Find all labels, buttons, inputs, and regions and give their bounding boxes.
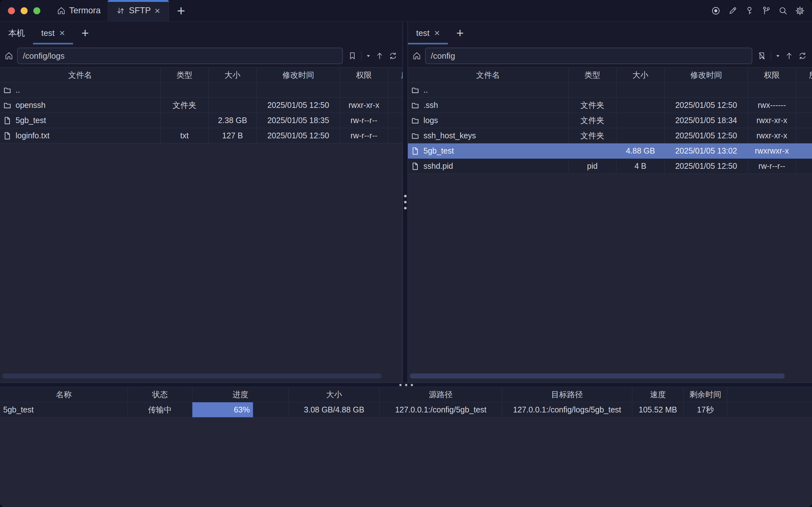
gear-icon[interactable] bbox=[795, 6, 805, 15]
column-header-修改时间[interactable]: 修改时间 bbox=[665, 68, 748, 82]
column-header-所[interactable]: 所 bbox=[796, 68, 812, 82]
folder-icon bbox=[411, 116, 419, 125]
tab-termora-home[interactable]: Termora bbox=[50, 0, 108, 21]
file-mtime-cell bbox=[257, 82, 340, 98]
home-icon bbox=[57, 6, 66, 15]
file-size-cell bbox=[616, 98, 665, 113]
transfer-column-header-进度[interactable]: 进度 bbox=[193, 387, 289, 402]
column-header-权限[interactable]: 权限 bbox=[340, 68, 388, 82]
file-name-cell: 5gb_test bbox=[0, 113, 161, 128]
minimize-window-button[interactable] bbox=[21, 7, 28, 14]
file-row[interactable]: logs文件夹2025/01/05 18:34rwxr-xr-x bbox=[408, 113, 812, 128]
refresh-icon[interactable] bbox=[388, 51, 397, 60]
folder-icon bbox=[411, 101, 419, 109]
keychain-branch-icon[interactable] bbox=[762, 6, 771, 15]
file-row[interactable]: ssh_host_keys文件夹2025/01/05 12:50rwxr-xr-… bbox=[408, 128, 812, 144]
close-window-button[interactable] bbox=[8, 7, 15, 14]
bookmark-slash-icon[interactable] bbox=[757, 51, 766, 60]
path-input[interactable] bbox=[17, 48, 343, 64]
home-icon[interactable] bbox=[412, 51, 421, 60]
file-table-body: ...ssh文件夹2025/01/05 12:50rwx------logs文件… bbox=[408, 82, 812, 174]
file-row[interactable]: openssh文件夹2025/01/05 12:50rwxr-xr-x bbox=[0, 98, 402, 113]
horizontal-splitter[interactable] bbox=[0, 383, 812, 387]
titlebar: Termora SFTP × + bbox=[0, 0, 812, 21]
transfer-column-header-剩余时间[interactable]: 剩余时间 bbox=[684, 387, 727, 402]
file-mtime-cell bbox=[665, 82, 748, 98]
file-name-label: .. bbox=[15, 86, 20, 95]
transfer-column-header-状态[interactable]: 状态 bbox=[128, 387, 193, 402]
file-name-label: .. bbox=[424, 86, 428, 95]
close-icon[interactable]: × bbox=[155, 6, 160, 15]
transfer-size-cell: 3.08 GB/4.88 GB bbox=[289, 402, 380, 417]
file-row[interactable]: sshd.pidpid4 B2025/01/05 12:50rw-r--r-- bbox=[408, 159, 812, 174]
column-header-大小[interactable]: 大小 bbox=[209, 68, 257, 82]
column-header-所[interactable]: 所 bbox=[388, 68, 402, 82]
column-header-类型[interactable]: 类型 bbox=[569, 68, 616, 82]
chevron-down-icon[interactable] bbox=[775, 54, 780, 58]
pane-tab-test[interactable]: test× bbox=[408, 21, 448, 44]
tab-sftp[interactable]: SFTP × bbox=[108, 0, 169, 21]
file-row[interactable]: .. bbox=[0, 82, 402, 98]
pencil-icon[interactable] bbox=[728, 6, 738, 15]
column-header-大小[interactable]: 大小 bbox=[616, 68, 665, 82]
column-header-修改时间[interactable]: 修改时间 bbox=[257, 68, 340, 82]
column-header-文件名[interactable]: 文件名 bbox=[0, 68, 161, 82]
file-row[interactable]: 5gb_test4.88 GB2025/01/05 13:02rwxrwxr-x bbox=[408, 144, 812, 159]
transfer-column-header-名称[interactable]: 名称 bbox=[0, 387, 128, 402]
file-pane-right: test×+ bbox=[408, 21, 812, 383]
file-perm-cell: rwxrwxr-x bbox=[748, 144, 796, 159]
file-name-cell: loginfo.txt bbox=[0, 128, 161, 144]
new-pane-tab-button[interactable]: + bbox=[448, 21, 472, 44]
file-row[interactable]: loginfo.txttxt127 B2025/01/05 12:50rw-r-… bbox=[0, 128, 402, 144]
up-directory-icon[interactable] bbox=[375, 51, 384, 60]
key-icon[interactable] bbox=[745, 6, 754, 15]
pane-top-left: 本机test×+ bbox=[0, 21, 402, 67]
file-perm-cell: rw-r--r-- bbox=[748, 159, 796, 174]
file-row[interactable]: .ssh文件夹2025/01/05 12:50rwx------ bbox=[408, 98, 812, 113]
file-owner-cell bbox=[388, 82, 402, 98]
file-row[interactable]: .. bbox=[408, 82, 812, 98]
home-icon[interactable] bbox=[4, 51, 13, 60]
horizontal-scrollbar[interactable] bbox=[2, 374, 382, 379]
transfer-column-header-速度[interactable]: 速度 bbox=[632, 387, 684, 402]
bookmark-icon[interactable] bbox=[348, 51, 357, 60]
horizontal-scrollbar[interactable] bbox=[410, 374, 785, 379]
column-header-类型[interactable]: 类型 bbox=[161, 68, 209, 82]
folder-icon bbox=[3, 101, 11, 109]
close-icon[interactable]: × bbox=[434, 28, 440, 38]
new-tab-button[interactable]: + bbox=[169, 0, 194, 21]
file-row[interactable]: 5gb_test2.38 GB2025/01/05 18:35rw-r--r-- bbox=[0, 113, 402, 128]
refresh-icon[interactable] bbox=[798, 51, 807, 60]
column-header-权限[interactable]: 权限 bbox=[748, 68, 796, 82]
file-name-label: ssh_host_keys bbox=[424, 131, 476, 140]
transfer-column-header-目标路径[interactable]: 目标路径 bbox=[502, 387, 632, 402]
file-type-cell bbox=[569, 144, 616, 159]
transfer-row[interactable]: 5gb_test传输中63%3.08 GB/4.88 GB127.0.0.1:/… bbox=[0, 402, 812, 417]
vertical-splitter[interactable] bbox=[402, 21, 408, 383]
app-tab-label: Termora bbox=[69, 6, 101, 15]
file-name-label: .ssh bbox=[424, 101, 438, 110]
file-mtime-cell: 2025/01/05 13:02 bbox=[665, 144, 748, 159]
file-perm-cell: rw-r--r-- bbox=[340, 113, 388, 128]
up-directory-icon[interactable] bbox=[785, 51, 794, 60]
column-header-文件名[interactable]: 文件名 bbox=[408, 68, 569, 82]
sftp-tab-label: SFTP bbox=[129, 6, 151, 15]
file-size-cell: 4 B bbox=[616, 159, 665, 174]
zoom-window-button[interactable] bbox=[33, 7, 40, 14]
transfer-source-cell: 127.0.0.1:/config/5gb_test bbox=[380, 402, 502, 417]
record-icon[interactable] bbox=[711, 6, 720, 15]
transfer-column-header-大小[interactable]: 大小 bbox=[289, 387, 380, 402]
chevron-down-icon[interactable] bbox=[366, 54, 371, 58]
splitter-dot bbox=[404, 201, 407, 204]
new-pane-tab-button[interactable]: + bbox=[73, 21, 97, 44]
close-icon[interactable]: × bbox=[59, 28, 65, 38]
path-input[interactable] bbox=[425, 48, 752, 64]
pane-tab-本机[interactable]: 本机 bbox=[0, 21, 33, 44]
traffic-lights bbox=[0, 0, 50, 21]
file-icon bbox=[3, 132, 11, 140]
file-owner-cell bbox=[796, 128, 812, 144]
search-icon[interactable] bbox=[778, 6, 788, 15]
pane-tab-test[interactable]: test× bbox=[33, 21, 73, 44]
transfer-progress-cell: 63% bbox=[193, 402, 289, 417]
transfer-column-header-源路径[interactable]: 源路径 bbox=[380, 387, 502, 402]
